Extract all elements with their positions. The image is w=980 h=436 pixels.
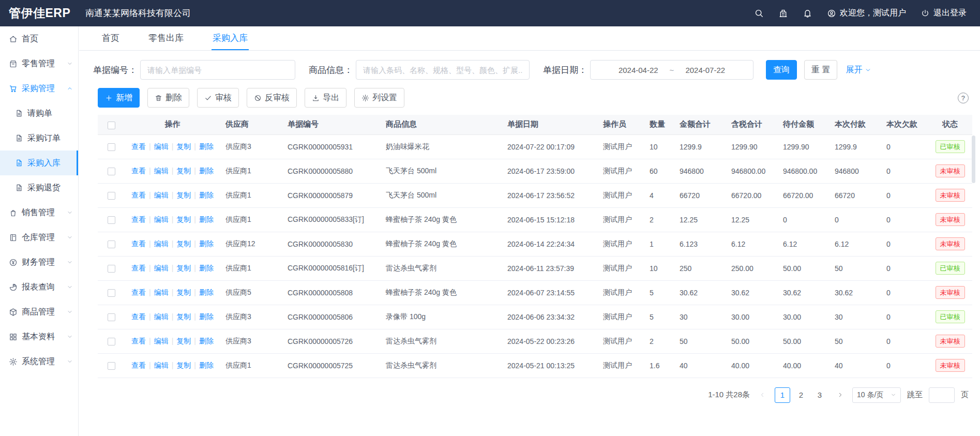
sidebar-item-report[interactable]: 报表查询	[0, 275, 78, 299]
page-button-2[interactable]: 2	[793, 387, 809, 403]
view-link[interactable]: 查看	[131, 191, 146, 199]
view-link[interactable]: 查看	[131, 239, 146, 248]
copy-link[interactable]: 复制	[176, 215, 191, 223]
jump-page-input[interactable]	[929, 387, 955, 403]
row-checkbox[interactable]	[108, 338, 115, 345]
delete-link[interactable]: 删除	[199, 312, 214, 321]
unaudit-button[interactable]: 反审核	[247, 88, 297, 108]
delete-link[interactable]: 删除	[199, 215, 214, 223]
copy-link[interactable]: 复制	[176, 191, 191, 199]
edit-link[interactable]: 编辑	[154, 361, 169, 369]
edit-link[interactable]: 编辑	[154, 239, 169, 248]
logout-button[interactable]: 退出登录	[921, 8, 967, 19]
sidebar-item-retail[interactable]: 零售管理	[0, 51, 78, 76]
view-link[interactable]: 查看	[131, 142, 146, 151]
bill-date-label: 单据日期：	[543, 64, 587, 76]
view-link[interactable]: 查看	[131, 215, 146, 223]
edit-link[interactable]: 编辑	[154, 142, 169, 151]
row-checkbox[interactable]	[108, 313, 115, 321]
edit-link[interactable]: 编辑	[154, 191, 169, 199]
row-checkbox[interactable]	[108, 265, 115, 273]
sidebar-item-home[interactable]: 首页	[0, 26, 78, 51]
select-all-checkbox[interactable]	[108, 122, 115, 129]
copy-link[interactable]: 复制	[176, 167, 191, 175]
sidebar-item-purchase[interactable]: 采购管理	[0, 76, 78, 101]
cell-payable: 0	[778, 207, 830, 232]
row-checkbox[interactable]	[108, 192, 115, 200]
welcome-user[interactable]: 欢迎您，测试用户	[827, 8, 906, 19]
row-checkbox[interactable]	[108, 168, 115, 175]
sidebar-item-purchase-request[interactable]: 请购单	[0, 101, 78, 126]
vertical-scrollbar[interactable]	[972, 136, 975, 183]
bill-no-input[interactable]	[140, 60, 295, 80]
delete-link[interactable]: 删除	[199, 264, 214, 272]
audit-button[interactable]: 审核	[197, 88, 239, 108]
tab-retail-outbound[interactable]: 零售出库	[147, 26, 185, 50]
reset-button[interactable]: 重 置	[804, 60, 837, 80]
prev-page-button[interactable]	[756, 387, 768, 403]
delete-button[interactable]: 删除	[147, 88, 189, 108]
table-row: 查看|编辑|复制|删除供应商5CGRK00000005808蜂蜜柚子茶 240g…	[98, 280, 972, 305]
view-link[interactable]: 查看	[131, 361, 146, 369]
edit-link[interactable]: 编辑	[154, 337, 169, 345]
row-checkbox[interactable]	[108, 289, 115, 297]
sidebar-item-finance[interactable]: 财务管理	[0, 250, 78, 275]
sidebar-item-purchase-return[interactable]: 采购退货	[0, 175, 78, 200]
page-button-3[interactable]: 3	[812, 387, 827, 403]
search-icon[interactable]	[754, 8, 764, 18]
cell-date: 2024-05-21 00:13:25	[502, 353, 598, 378]
edit-link[interactable]: 编辑	[154, 167, 169, 175]
sidebar-item-sales[interactable]: 销售管理	[0, 200, 78, 225]
export-button[interactable]: 导出	[305, 88, 346, 108]
goods-info-input[interactable]	[356, 60, 530, 80]
view-link[interactable]: 查看	[131, 337, 146, 345]
copy-link[interactable]: 复制	[176, 288, 191, 296]
delete-link[interactable]: 删除	[199, 142, 214, 151]
copy-link[interactable]: 复制	[176, 312, 191, 321]
delete-link[interactable]: 删除	[199, 239, 214, 248]
delete-link[interactable]: 删除	[199, 167, 214, 175]
view-link[interactable]: 查看	[131, 288, 146, 296]
copy-link[interactable]: 复制	[176, 361, 191, 369]
add-button[interactable]: 新增	[98, 88, 140, 108]
copy-link[interactable]: 复制	[176, 264, 191, 272]
row-checkbox[interactable]	[108, 143, 115, 151]
delete-link[interactable]: 删除	[199, 361, 214, 369]
view-link[interactable]: 查看	[131, 264, 146, 272]
edit-link[interactable]: 编辑	[154, 264, 169, 272]
organization-icon[interactable]	[778, 8, 788, 18]
date-from-value[interactable]: 2024-04-22	[619, 66, 658, 74]
delete-link[interactable]: 删除	[199, 288, 214, 296]
edit-link[interactable]: 编辑	[154, 288, 169, 296]
tab-purchase-inbound[interactable]: 采购入库	[212, 26, 249, 50]
row-checkbox[interactable]	[108, 240, 115, 248]
delete-link[interactable]: 删除	[199, 191, 214, 199]
sidebar-item-system[interactable]: 系统管理	[0, 349, 78, 374]
row-checkbox[interactable]	[108, 362, 115, 370]
view-link[interactable]: 查看	[131, 167, 146, 175]
page-size-select[interactable]: 10 条/页	[852, 387, 901, 403]
date-to-value[interactable]: 2024-07-22	[685, 66, 725, 74]
view-link[interactable]: 查看	[131, 312, 146, 321]
help-icon[interactable]: ?	[958, 93, 969, 103]
notification-bell-icon[interactable]	[803, 8, 812, 18]
sidebar-item-basedata[interactable]: 基本资料	[0, 324, 78, 349]
copy-link[interactable]: 复制	[176, 142, 191, 151]
sidebar-item-purchase-inbound[interactable]: 采购入库	[0, 151, 78, 175]
tab-home[interactable]: 首页	[101, 26, 120, 50]
edit-link[interactable]: 编辑	[154, 312, 169, 321]
column-settings-button[interactable]: 列设置	[354, 88, 404, 108]
copy-link[interactable]: 复制	[176, 337, 191, 345]
sidebar-item-purchase-order[interactable]: 采购订单	[0, 126, 78, 151]
page-button-1[interactable]: 1	[775, 387, 790, 403]
expand-link[interactable]: 展开	[846, 65, 871, 76]
edit-link[interactable]: 编辑	[154, 215, 169, 223]
date-range-picker[interactable]: 2024-04-22 ~ 2024-07-22	[590, 60, 753, 80]
sidebar-item-goods[interactable]: 商品管理	[0, 299, 78, 324]
next-page-button[interactable]	[834, 387, 846, 403]
copy-link[interactable]: 复制	[176, 239, 191, 248]
sidebar-item-warehouse[interactable]: 仓库管理	[0, 225, 78, 250]
delete-link[interactable]: 删除	[199, 337, 214, 345]
row-checkbox[interactable]	[108, 216, 115, 224]
search-button[interactable]: 查询	[766, 60, 797, 80]
